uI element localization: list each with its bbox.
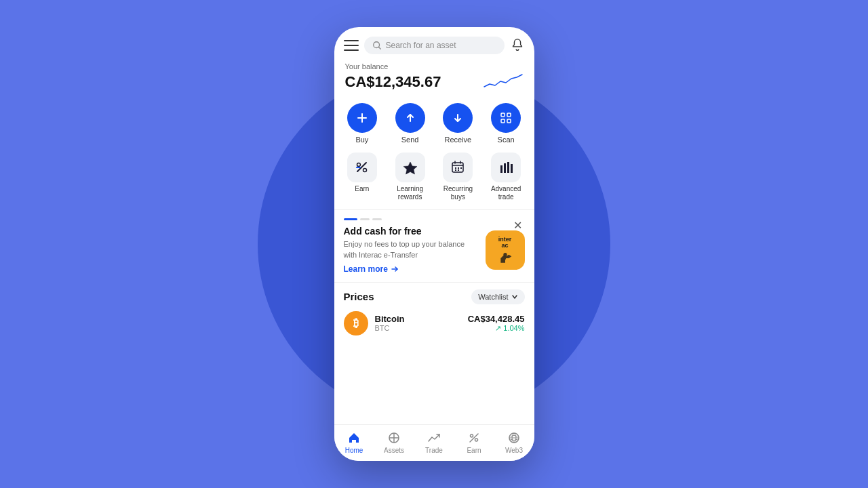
prices-header: Prices Watchlist xyxy=(344,289,525,304)
promo-title: Add cash for free xyxy=(344,226,479,237)
receive-icon-circle xyxy=(443,103,473,133)
bitcoin-list-item[interactable]: ₿ Bitcoin BTC CA$34,428.45 ↗ 1.04% xyxy=(344,311,525,336)
search-placeholder-text: Search for an asset xyxy=(386,41,456,50)
prices-section: Prices Watchlist ₿ Bitcoin BTC CA$34,428… xyxy=(334,282,534,340)
interac-logo: inter ac xyxy=(486,230,525,270)
svg-rect-20 xyxy=(455,167,456,169)
balance-label: Your balance xyxy=(345,62,524,70)
promo-text: Add cash for free Enjoy no fees to top u… xyxy=(344,226,479,274)
send-action[interactable]: Send xyxy=(387,100,433,147)
bitcoin-icon: ₿ xyxy=(344,311,368,336)
svg-rect-26 xyxy=(504,163,506,173)
balance-amount: CA$12,345.67 xyxy=(345,73,441,91)
receive-label: Receive xyxy=(445,136,472,144)
bitcoin-info: Bitcoin BTC xyxy=(375,314,461,332)
svg-rect-9 xyxy=(507,119,511,123)
chevron-down-icon xyxy=(511,293,518,300)
svg-rect-27 xyxy=(507,162,509,173)
nav-trade-label: Trade xyxy=(425,447,443,454)
promo-dots-indicator xyxy=(344,218,525,220)
promo-close-button[interactable]: ✕ xyxy=(511,218,525,232)
promo-content: Add cash for free Enjoy no fees to top u… xyxy=(344,226,525,274)
svg-point-30 xyxy=(503,253,507,256)
advanced-trade-action[interactable]: Advanced trade xyxy=(484,150,529,204)
advanced-trade-label: Advanced trade xyxy=(485,185,528,201)
earn-label: Earn xyxy=(355,185,369,193)
watchlist-button[interactable]: Watchlist xyxy=(471,289,524,304)
nav-home-label: Home xyxy=(345,447,363,454)
promo-link-text: Learn more xyxy=(344,264,388,274)
search-bar[interactable]: Search for an asset xyxy=(364,37,505,54)
advanced-trade-icon-circle xyxy=(491,152,521,182)
nav-earn-label: Earn xyxy=(467,447,481,454)
search-icon xyxy=(372,41,382,50)
actions-row-2: Earn Learning rewards xyxy=(334,150,534,209)
nav-web3[interactable]: Web3 xyxy=(494,430,534,454)
svg-rect-24 xyxy=(460,167,462,169)
bottom-navigation: Home Assets Trade xyxy=(334,424,534,461)
send-label: Send xyxy=(401,136,419,144)
promo-description: Enjoy no fees to top up your balance wit… xyxy=(344,239,479,260)
svg-rect-25 xyxy=(500,165,502,173)
balance-section: Your balance CA$12,345.67 xyxy=(334,60,534,100)
svg-point-36 xyxy=(475,439,478,441)
svg-line-1 xyxy=(378,47,380,49)
nav-web3-label: Web3 xyxy=(505,447,523,454)
bitcoin-change: ↗ 1.04% xyxy=(468,324,525,333)
nav-assets[interactable]: Assets xyxy=(374,430,414,454)
assets-icon xyxy=(387,430,401,445)
svg-rect-22 xyxy=(455,169,456,171)
scan-label: Scan xyxy=(498,136,515,144)
prices-title: Prices xyxy=(344,291,374,302)
hamburger-menu-button[interactable] xyxy=(344,40,359,51)
svg-marker-15 xyxy=(403,162,417,174)
promo-banner: ✕ Add cash for free Enjoy no fees to top… xyxy=(334,209,534,282)
home-icon xyxy=(347,430,361,445)
earn-action[interactable]: Earn xyxy=(340,150,385,204)
nav-home[interactable]: Home xyxy=(334,430,374,454)
buy-action[interactable]: Buy xyxy=(340,100,385,147)
promo-learn-more-link[interactable]: Learn more xyxy=(344,264,479,274)
svg-rect-28 xyxy=(511,164,513,173)
svg-rect-21 xyxy=(458,167,459,169)
bitcoin-ticker: BTC xyxy=(375,324,461,332)
notification-bell-icon[interactable] xyxy=(510,38,525,53)
phone-frame: Search for an asset Your balance CA$12,3… xyxy=(334,27,534,461)
nav-earn[interactable]: Earn xyxy=(454,430,494,454)
buy-icon-circle xyxy=(347,103,377,133)
learning-rewards-icon-circle xyxy=(395,152,425,182)
web3-icon xyxy=(507,430,521,445)
receive-action[interactable]: Receive xyxy=(435,100,481,147)
promo-dot-1 xyxy=(344,218,357,220)
svg-point-11 xyxy=(357,163,360,167)
earn-nav-icon xyxy=(467,430,481,445)
actions-row-1: Buy Send Receive xyxy=(334,100,534,150)
bitcoin-price-info: CA$34,428.45 ↗ 1.04% xyxy=(468,314,525,333)
balance-sparkline xyxy=(483,72,524,92)
earn-icon-circle xyxy=(347,152,377,182)
bitcoin-price: CA$34,428.45 xyxy=(468,314,525,324)
nav-trade[interactable]: Trade xyxy=(414,430,454,454)
bitcoin-name: Bitcoin xyxy=(375,314,461,324)
learning-rewards-label: Learning rewards xyxy=(389,185,431,201)
nav-assets-label: Assets xyxy=(384,447,404,454)
recurring-buys-action[interactable]: Recurring buys xyxy=(435,150,481,204)
arrow-right-icon xyxy=(391,264,400,274)
promo-dot-3 xyxy=(372,218,382,220)
svg-rect-8 xyxy=(501,119,505,123)
svg-rect-6 xyxy=(501,113,505,117)
interac-hand-icon xyxy=(496,250,515,264)
scan-action[interactable]: Scan xyxy=(484,100,529,147)
promo-dot-2 xyxy=(360,218,370,220)
recurring-buys-icon-circle xyxy=(443,152,473,182)
buy-label: Buy xyxy=(355,136,368,144)
learning-rewards-action[interactable]: Learning rewards xyxy=(387,150,433,204)
send-icon-circle xyxy=(395,103,425,133)
scan-icon-circle xyxy=(491,103,521,133)
recurring-buys-label: Recurring buys xyxy=(437,185,479,201)
svg-point-12 xyxy=(363,169,366,172)
svg-rect-23 xyxy=(458,169,459,171)
trade-icon xyxy=(427,430,441,445)
app-header: Search for an asset xyxy=(334,27,534,60)
svg-rect-7 xyxy=(507,113,511,117)
